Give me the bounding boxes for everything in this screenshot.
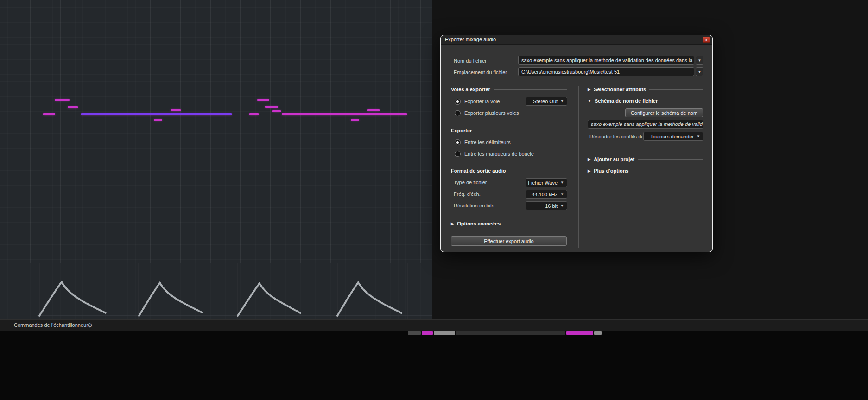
file-name-label: Nom du fichier [454,57,487,64]
strip-segment [594,331,602,335]
sampler-canvas[interactable] [0,263,432,320]
more-options-label: Plus d'options [594,168,628,174]
sample-rate-dropdown[interactable]: 44.100 kHz ▼ [526,190,567,199]
midi-note[interactable] [154,119,162,121]
strip-segment [456,331,565,335]
export-multiple-radio-row[interactable]: Exporter plusieurs voies [455,110,519,116]
close-icon[interactable]: x [703,37,710,43]
add-to-project-header[interactable]: ▶ Ajouter au projet [588,156,703,162]
midi-note[interactable] [68,106,78,108]
strip-segment [434,331,455,335]
triangle-collapsed-icon[interactable]: ▶ [588,169,590,173]
midi-note[interactable] [272,110,281,112]
radio-selected-icon[interactable] [455,139,461,145]
strip-segment [422,331,433,335]
chevron-down-icon: ▼ [560,192,564,196]
envelope-curve[interactable] [238,283,300,316]
between-locators-radio-row[interactable]: Entre les délimiteurs [455,139,511,145]
file-name-value[interactable]: saxo exemple sans appliquer la methode d… [518,56,694,65]
piano-roll-grid[interactable] [0,0,432,263]
file-location-value[interactable]: C:\Users\ericmusicstrasbourg\Music\test … [518,67,694,76]
select-attributes-label: Sélectionner attributs [594,87,646,92]
channels-section-header: Voies à exporter [451,86,567,93]
radio-selected-icon[interactable] [455,99,461,105]
sampler-control-tab[interactable]: Commandes de l'échantillonneur [14,322,88,328]
chevron-down-icon[interactable]: ▼ [696,56,703,65]
bit-depth-value: 16 bit [545,203,558,209]
file-location-combo[interactable]: C:\Users\ericmusicstrasbourg\Music\test … [518,67,703,76]
bottom-area [0,331,868,400]
export-multiple-label: Exporter plusieurs voies [464,110,519,116]
envelope-curve[interactable] [337,282,401,316]
envelope-curve[interactable] [39,282,106,316]
file-name-combo[interactable]: saxo exemple sans appliquer la methode d… [518,56,703,65]
chevron-down-icon: ▼ [560,204,564,208]
name-scheme-header[interactable]: ▼ Schéma de nom de fichier [588,98,703,104]
channel-select-value: Stereo Out [533,99,558,104]
format-header-label: Format de sortie audio [451,168,506,174]
triangle-collapsed-icon[interactable]: ▶ [588,157,590,162]
sample-rate-value: 44.100 kHz [532,192,558,197]
midi-note[interactable] [282,113,407,115]
midi-note[interactable] [249,113,259,115]
chevron-down-icon: ▼ [560,99,564,103]
channels-header-label: Voies à exporter [451,87,490,92]
envelope-curve[interactable] [139,283,203,316]
scheme-preview-field[interactable]: saxo exemple sans appliquer la methode d… [588,120,703,129]
advanced-options-header[interactable]: ▶ Options avancées [451,220,567,227]
strip-segment [408,331,421,335]
between-loop-markers-radio-row[interactable]: Entre les marqueurs de boucle [455,150,534,157]
midi-note[interactable] [265,106,278,108]
midi-note[interactable] [171,109,181,111]
radio-icon[interactable] [455,110,461,116]
file-location-label: Emplacement du fichier [454,69,507,76]
triangle-collapsed-icon[interactable]: ▶ [451,222,454,226]
export-range-section-header: Exporter [451,127,567,134]
chevron-down-icon: ▼ [697,134,700,138]
midi-note[interactable] [367,109,380,111]
between-locators-label: Entre les délimiteurs [464,139,511,145]
channel-select-dropdown[interactable]: Stereo Out ▼ [526,97,567,106]
more-options-header[interactable]: ▶ Plus d'options [588,168,703,174]
column-divider [578,86,579,248]
export-channel-label: Exporter la voie [464,99,500,104]
gear-icon[interactable]: ⚙ [87,322,93,329]
sample-rate-label: Fréq. d'éch. [454,190,481,198]
export-header-label: Exporter [451,128,472,133]
sampler-control-bar: Commandes de l'échantillonneur ⚙ [0,319,868,331]
chevron-down-icon: ▼ [560,181,564,185]
conflicts-label: Résoudre les conflits de. [589,133,645,140]
conflicts-dropdown[interactable]: Toujours demander ▼ [643,132,703,141]
midi-note[interactable] [43,113,55,115]
name-scheme-label: Schéma de nom de fichier [595,98,658,104]
midi-note[interactable] [55,99,70,101]
select-attributes-header[interactable]: ▶ Sélectionner attributs [588,86,703,93]
sampler-waveform-area[interactable] [0,263,432,320]
audio-format-section-header: Format de sortie audio [451,168,567,174]
midi-note[interactable] [351,119,359,121]
file-type-dropdown[interactable]: Fichier Wave ▼ [526,178,567,187]
radio-icon[interactable] [455,151,461,157]
file-type-label: Type de fichier [454,179,487,186]
bottom-strip [0,331,868,335]
dialog-title: Exporter mixage audio [445,37,496,42]
bit-depth-dropdown[interactable]: 16 bit ▼ [526,201,567,210]
export-channel-radio-row[interactable]: Exporter la voie [455,98,500,105]
export-audio-button[interactable]: Effectuer export audio [451,236,567,246]
app-window: Commandes de l'échantillonneur ⚙ Exporte… [0,0,868,400]
triangle-expanded-icon[interactable]: ▼ [588,99,591,103]
dialog-titlebar[interactable]: Exporter mixage audio x [441,35,712,45]
midi-note[interactable] [81,113,232,115]
add-to-project-label: Ajouter au projet [594,156,634,162]
triangle-collapsed-icon[interactable]: ▶ [588,88,590,92]
configure-scheme-button[interactable]: Configurer le schéma de nom [625,108,703,117]
between-loop-markers-label: Entre les marqueurs de boucle [464,151,534,156]
export-audio-dialog: Exporter mixage audio x Nom du fichier s… [440,35,713,252]
conflicts-value: Toujours demander [650,134,694,139]
file-type-value: Fichier Wave [528,180,558,186]
bit-depth-label: Résolution en bits [454,202,494,209]
advanced-options-label: Options avancées [457,221,501,226]
strip-segment [566,331,593,335]
chevron-down-icon[interactable]: ▼ [696,67,703,76]
midi-note[interactable] [257,99,269,101]
